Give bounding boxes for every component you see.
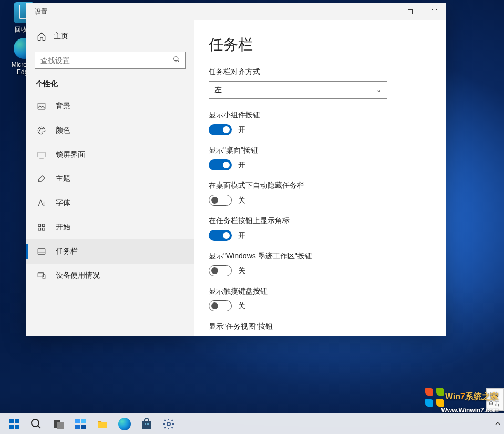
setting-label: 显示触摸键盘按钮 <box>209 287 431 296</box>
search-icon <box>30 418 43 430</box>
watermark-brand-pre: Win <box>445 392 460 401</box>
svg-rect-12 <box>38 224 41 227</box>
alignment-label: 任务栏对齐方式 <box>209 67 431 77</box>
svg-rect-32 <box>142 421 151 429</box>
svg-rect-6 <box>38 103 45 109</box>
close-button[interactable] <box>422 3 446 20</box>
system-tray[interactable] <box>493 413 502 434</box>
taskbar-search-button[interactable] <box>25 413 47 435</box>
sidebar-home[interactable]: 主页 <box>26 26 194 46</box>
search-icon <box>173 56 180 65</box>
windows-logo-icon <box>425 388 444 407</box>
setting-row: 在任务栏按钮上显示角标开 <box>209 216 431 241</box>
svg-rect-22 <box>9 425 14 429</box>
svg-point-8 <box>40 128 42 129</box>
setting-row: 显示"任务视图"按钮开 <box>209 322 431 336</box>
toggle-switch[interactable] <box>209 124 232 135</box>
lockscreen-icon <box>37 150 46 159</box>
svg-rect-30 <box>75 425 80 429</box>
sidebar-nav: 背景 颜色 锁屏界面 主题 字体 <box>26 94 194 329</box>
svg-rect-15 <box>43 228 45 231</box>
settings-window: 设置 主页 个性化 背景 颜色 <box>26 3 446 336</box>
setting-label: 显示小组件按钮 <box>209 110 431 120</box>
setting-label: 在桌面模式下自动隐藏任务栏 <box>209 181 431 190</box>
toggle-state-text: 关 <box>238 196 245 205</box>
toggle-state-text: 开 <box>238 160 245 170</box>
sidebar-item-colors[interactable]: 颜色 <box>26 118 194 143</box>
taskview-icon <box>52 418 65 430</box>
toggle-switch[interactable] <box>209 159 232 170</box>
taskbar-store-button[interactable] <box>136 413 158 435</box>
edge-icon <box>118 418 131 430</box>
svg-point-4 <box>174 57 178 61</box>
chevron-down-icon: ⌄ <box>376 86 382 94</box>
content-pane[interactable]: 任务栏 任务栏对齐方式 左 ⌄ 显示小组件按钮开显示"桌面"按钮开在桌面模式下自… <box>194 20 446 336</box>
toggle-switch[interactable] <box>209 230 232 241</box>
folder-icon <box>96 418 109 430</box>
sidebar-item-themes[interactable]: 主题 <box>26 167 194 191</box>
sidebar-item-taskbar[interactable]: 任务栏 <box>26 239 194 264</box>
toggle-knob <box>211 197 218 204</box>
home-icon <box>37 32 46 41</box>
setting-label: 显示"任务视图"按钮 <box>209 322 431 331</box>
device-icon <box>37 271 46 280</box>
toggle-state-text: 关 <box>238 266 245 276</box>
toggle-switch[interactable] <box>209 265 232 276</box>
alignment-dropdown[interactable]: 左 ⌄ <box>209 81 387 99</box>
sidebar-item-label: 任务栏 <box>56 247 78 256</box>
watermark-brand-seven: 7 <box>460 392 465 401</box>
svg-rect-16 <box>38 249 45 255</box>
brush-icon <box>37 174 46 184</box>
svg-point-24 <box>32 419 39 427</box>
windows-start-icon <box>8 418 20 430</box>
svg-rect-13 <box>43 224 45 227</box>
sidebar-item-label: 颜色 <box>56 126 70 135</box>
svg-rect-29 <box>81 419 86 423</box>
titlebar[interactable]: 设置 <box>26 3 446 20</box>
setting-row: 显示"Windows 墨迹工作区"按钮关 <box>209 251 431 276</box>
setting-row: 显示触摸键盘按钮关 <box>209 287 431 311</box>
sidebar-item-background[interactable]: 背景 <box>26 94 194 118</box>
svg-rect-33 <box>145 423 146 425</box>
setting-label: 在任务栏按钮上显示角标 <box>209 216 431 226</box>
svg-rect-14 <box>38 228 41 231</box>
svg-rect-23 <box>15 425 19 429</box>
toggle-knob <box>223 232 230 239</box>
sidebar-item-start[interactable]: 开始 <box>26 215 194 239</box>
taskbar-edge-button[interactable] <box>114 413 136 435</box>
alignment-value: 左 <box>214 85 222 95</box>
sidebar-home-label: 主页 <box>54 32 68 41</box>
toggle-state-text: 关 <box>238 301 245 311</box>
gear-icon <box>162 418 175 430</box>
grid-icon <box>37 223 46 232</box>
sidebar-item-label: 锁屏界面 <box>56 150 85 159</box>
sidebar-item-label: 字体 <box>56 198 70 208</box>
search-input[interactable] <box>35 52 186 69</box>
maximize-button[interactable] <box>398 3 422 20</box>
toggle-knob <box>223 162 230 168</box>
taskbar-icon <box>37 247 46 256</box>
minimize-button[interactable] <box>374 3 398 20</box>
svg-rect-31 <box>81 425 86 429</box>
svg-rect-34 <box>147 423 149 425</box>
sidebar-item-fonts[interactable]: 字体 <box>26 191 194 215</box>
toggle-switch[interactable] <box>209 195 232 206</box>
taskbar-taskview-button[interactable] <box>47 413 69 435</box>
svg-line-25 <box>38 426 40 428</box>
svg-rect-1 <box>408 9 412 14</box>
taskbar-explorer-button[interactable] <box>91 413 114 435</box>
sidebar-item-lockscreen[interactable]: 锁屏界面 <box>26 143 194 167</box>
toggle-switch[interactable] <box>209 300 232 311</box>
svg-line-5 <box>178 60 179 62</box>
toggle-knob <box>223 126 230 133</box>
watermark-brand-post: 系统之家 <box>465 392 499 401</box>
sidebar-item-device-usage[interactable]: 设备使用情况 <box>26 264 194 288</box>
sidebar: 主页 个性化 背景 颜色 锁屏界面 <box>26 20 194 336</box>
start-button[interactable] <box>3 413 25 435</box>
taskbar-widgets-button[interactable] <box>69 413 91 435</box>
sidebar-item-label: 主题 <box>56 174 70 184</box>
svg-rect-21 <box>15 419 19 423</box>
widgets-icon <box>74 418 87 430</box>
taskbar-settings-button[interactable] <box>158 413 180 435</box>
sidebar-section-label: 个性化 <box>26 76 194 94</box>
